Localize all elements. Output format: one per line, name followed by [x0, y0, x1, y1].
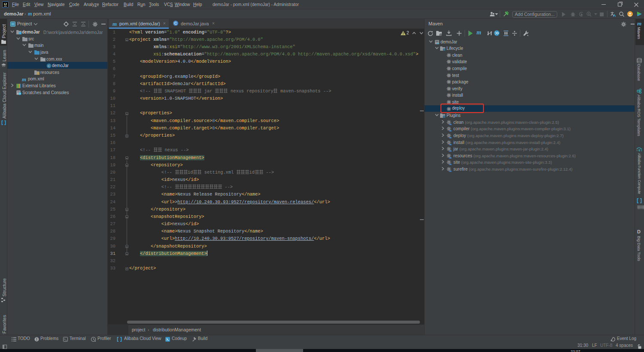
svg-text:A: A	[613, 13, 616, 17]
svg-text:m: m	[437, 42, 439, 45]
svg-text:C: C	[48, 64, 50, 68]
